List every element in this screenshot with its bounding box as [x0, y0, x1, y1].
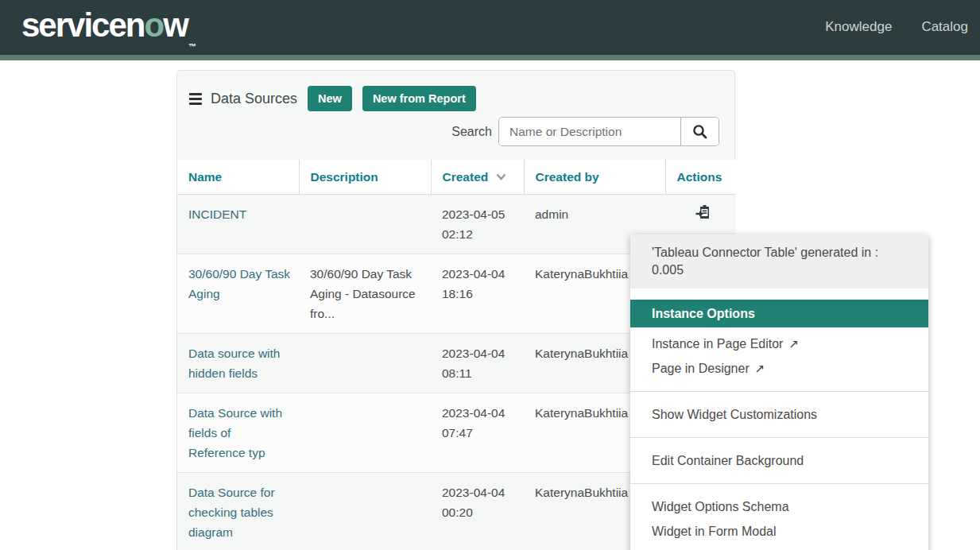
export-action-button[interactable] [695, 204, 710, 223]
cell-created: 2023-04-04 18:16 [431, 254, 524, 334]
cell-created: 2023-04-05 02:12 [431, 195, 524, 254]
widget-context-menu: 'Tableau Connector Table' generated in :… [630, 234, 928, 550]
datasource-name-link[interactable]: Data Source with fields of Reference typ [188, 406, 282, 459]
column-header-created-by[interactable]: Created by [524, 160, 665, 195]
table-header-row: Name Description Created Created by Acti… [177, 160, 736, 195]
new-from-report-button[interactable]: New from Report [362, 86, 476, 111]
nav-link-catalog[interactable]: Catalog [921, 19, 968, 35]
menu-item-instance-options[interactable]: Instance Options [630, 300, 928, 327]
clipboard-arrow-icon [695, 204, 710, 220]
search-button[interactable] [680, 118, 719, 145]
cell-created: 2023-04-04 08:11 [431, 334, 524, 393]
datasource-name-link[interactable]: Data source with hidden fields [188, 347, 280, 380]
menu-item-widget-options-schema[interactable]: Widget Options Schema [630, 494, 928, 519]
new-button[interactable]: New [308, 86, 352, 111]
list-menu-icon[interactable] [189, 93, 202, 105]
nav-link-knowledge[interactable]: Knowledge [825, 19, 892, 35]
cell-description: 30/60/90 Day Task Aging - Datasource fro… [299, 254, 431, 334]
context-menu-header: 'Tableau Connector Table' generated in :… [630, 234, 928, 289]
panel-header: Data Sources New New from Report [177, 71, 734, 111]
cell-description [299, 195, 431, 254]
menu-item-page-in-designer[interactable]: Page in Designer↗ [630, 356, 928, 381]
menu-item-widget-in-editor[interactable]: Widget in Editor↗ [630, 544, 928, 550]
column-header-created[interactable]: Created [431, 160, 524, 195]
cell-description [299, 393, 431, 473]
menu-group-instance: Instance Options Instance in Page Editor… [630, 289, 928, 391]
datasource-name-link[interactable]: INCIDENT [188, 207, 246, 221]
cell-description [299, 473, 431, 550]
search-row: Search [177, 117, 719, 146]
search-input-group [498, 117, 719, 146]
menu-group-customizations: Show Widget Customizations [630, 391, 928, 437]
cell-created: 2023-04-04 00:20 [431, 473, 524, 550]
menu-group-widget: Widget Options Schema Widget in Form Mod… [630, 483, 928, 550]
menu-item-widget-in-form-modal[interactable]: Widget in Form Modal [630, 519, 928, 544]
menu-group-container: Edit Container Background [630, 437, 928, 483]
external-link-icon: ↗ [755, 362, 765, 375]
external-link-icon: ↗ [788, 337, 799, 351]
datasource-name-link[interactable]: 30/60/90 Day Task Aging [188, 267, 290, 300]
column-header-name[interactable]: Name [177, 160, 299, 195]
chevron-down-icon [496, 169, 506, 184]
datasource-name-link[interactable]: Data Source for checking tables diagram [188, 486, 275, 539]
column-header-description[interactable]: Description [299, 160, 431, 195]
servicenow-logo: servicenow™ [21, 6, 196, 51]
menu-item-show-widget-customizations[interactable]: Show Widget Customizations [630, 402, 928, 427]
logo-text-end: w [163, 6, 188, 44]
cell-description [299, 334, 431, 393]
search-icon [692, 124, 707, 139]
menu-item-instance-in-page-editor[interactable]: Instance in Page Editor↗ [630, 331, 928, 356]
logo-text: servicen [21, 6, 144, 44]
search-input[interactable] [499, 118, 680, 145]
trademark-symbol: ™ [188, 42, 196, 51]
column-header-actions: Actions [665, 160, 736, 195]
menu-item-edit-container-background[interactable]: Edit Container Background [630, 448, 928, 473]
logo-o-mark: o [144, 6, 163, 44]
app-header: servicenow™ Knowledge Catalog [0, 0, 980, 55]
search-label: Search [451, 125, 492, 139]
cell-created: 2023-04-04 07:47 [431, 393, 524, 473]
top-navigation: Knowledge Catalog [825, 19, 968, 35]
header-accent-bar [0, 55, 980, 60]
page-title: Data Sources [211, 91, 297, 107]
